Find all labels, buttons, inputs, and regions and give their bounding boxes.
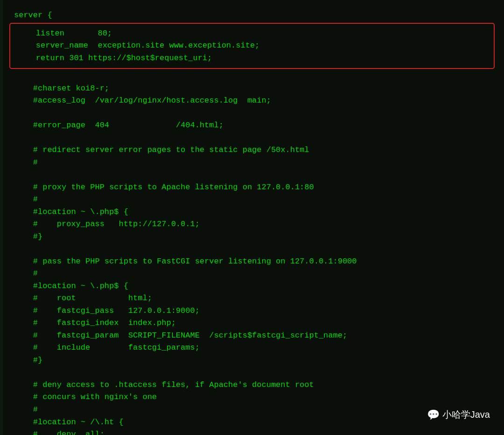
code-line	[14, 132, 504, 145]
code-line: #	[14, 157, 504, 169]
code-line: # proxy the PHP scripts to Apache listen…	[14, 181, 504, 194]
code-line: # fastcgi_param SCRIPT_FILENAME /scripts…	[14, 330, 504, 342]
code-line-listen: listen 80;	[17, 28, 487, 40]
code-line	[14, 243, 504, 255]
code-line: #}	[14, 354, 504, 367]
code-line	[14, 366, 504, 379]
code-line: #error_page 404 /404.html;	[14, 119, 504, 132]
code-rest: #charset koi8-r; #access_log /var/log/ng…	[0, 70, 504, 435]
code-line: # deny access to .htaccess files, if Apa…	[14, 379, 504, 392]
code-line: # proxy_pass http://127.0.0.1;	[14, 218, 504, 231]
code-line	[14, 169, 504, 181]
code-line: # pass the PHP scripts to FastCGI server…	[14, 255, 504, 268]
highlighted-block: listen 80; server_name exception.site ww…	[9, 23, 495, 69]
code-container: server { listen 80; server_name exceptio…	[0, 0, 504, 435]
code-line: #access_log /var/log/nginx/host.access.l…	[14, 95, 504, 107]
left-bar	[0, 0, 3, 435]
code-line: #location ~ \.php$ {	[14, 206, 504, 219]
wechat-icon: 💬	[427, 409, 440, 421]
code-line: #	[14, 193, 504, 206]
code-line: # include fastcgi_params;	[14, 342, 504, 354]
watermark: 💬 小哈学Java	[427, 408, 490, 421]
code-line: #}	[14, 231, 504, 243]
code-line-server: server {	[0, 9, 504, 22]
code-line: #location ~ \.php$ {	[14, 280, 504, 293]
code-line: # concurs with nginx's one	[14, 391, 504, 404]
watermark-text: 小哈学Java	[442, 408, 490, 421]
code-line-return: return 301 https://$host$request_uri;	[17, 52, 487, 65]
code-line: #	[14, 268, 504, 280]
code-line-server-name: server_name exception.site www.exception…	[17, 40, 487, 52]
code-line: # fastcgi_index index.php;	[14, 317, 504, 330]
code-line: #charset koi8-r;	[14, 83, 504, 95]
code-line: # redirect server error pages to the sta…	[14, 144, 504, 157]
code-line	[14, 70, 504, 83]
code-line: # deny all;	[14, 428, 504, 435]
code-line	[14, 107, 504, 120]
code-line: # root html;	[14, 292, 504, 305]
code-line: # fastcgi_pass 127.0.0.1:9000;	[14, 305, 504, 318]
